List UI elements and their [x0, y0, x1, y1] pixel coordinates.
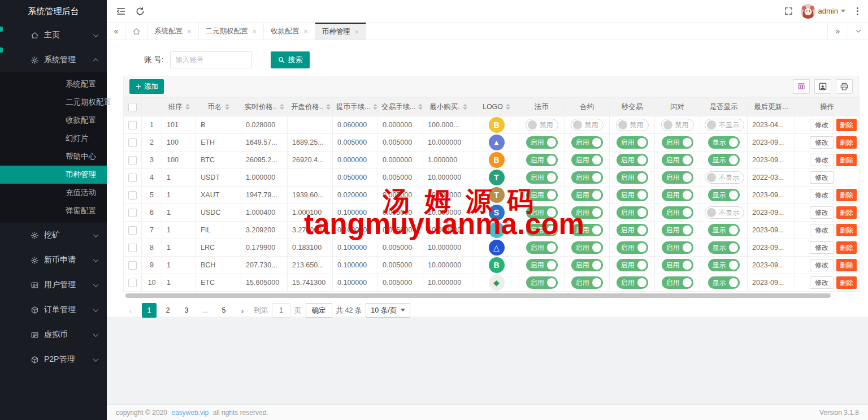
fiat-toggle[interactable]: 启用 [526, 224, 558, 236]
visible-toggle[interactable]: 显示 [708, 259, 740, 271]
close-icon[interactable]: × [303, 27, 308, 36]
menu-fold-icon[interactable] [116, 6, 126, 16]
seconds-trade-toggle[interactable]: 启用 [617, 154, 648, 166]
visible-toggle[interactable]: 不显示 [705, 171, 744, 184]
edit-button[interactable]: 修改 [810, 136, 834, 149]
fiat-toggle[interactable]: 启用 [526, 136, 558, 149]
row-checkbox[interactable] [128, 279, 137, 287]
sort-icon[interactable] [373, 104, 377, 110]
sidebar-item-virtual[interactable]: 虚拟币 [0, 322, 107, 347]
row-checkbox[interactable] [128, 191, 137, 200]
visible-toggle[interactable]: 显示 [708, 136, 740, 149]
contract-toggle[interactable]: 启用 [571, 154, 603, 166]
footer-link[interactable]: easyweb.vip [171, 409, 209, 417]
sidebar-item-p2p[interactable]: P2P管理 [0, 347, 107, 372]
delete-button[interactable]: 删除 [836, 206, 857, 219]
fiat-toggle[interactable]: 启用 [526, 276, 558, 289]
sidebar-item-mining[interactable]: 挖矿 [0, 223, 107, 248]
sidebar-subitem[interactable]: 币种管理 [0, 166, 107, 184]
visible-toggle[interactable]: 显示 [708, 276, 740, 289]
edit-button[interactable]: 修改 [810, 224, 834, 236]
tab-二元期权配置[interactable]: 二元期权配置× [199, 23, 264, 40]
edit-button[interactable]: 修改 [810, 259, 834, 271]
seconds-trade-toggle[interactable]: 启用 [617, 259, 648, 271]
per-page-select[interactable]: 10 条/页 [366, 303, 410, 318]
edit-button[interactable]: 修改 [810, 241, 834, 254]
edit-button[interactable]: 修改 [810, 154, 834, 166]
tab-币种管理[interactable]: 币种管理× [315, 23, 367, 40]
flash-swap-toggle[interactable]: 启用 [662, 276, 693, 289]
flash-swap-toggle[interactable]: 启用 [662, 224, 693, 236]
sidebar-item-newcoin[interactable]: 新币申请 [0, 248, 107, 272]
edit-button[interactable]: 修改 [810, 206, 834, 219]
tabs-scroll-left[interactable]: « [107, 23, 126, 40]
sort-icon[interactable] [280, 104, 284, 110]
contract-toggle[interactable]: 启用 [571, 136, 603, 149]
filter-columns-button[interactable] [793, 79, 810, 94]
sidebar-subitem[interactable]: 收款配置 [0, 111, 107, 129]
close-icon[interactable]: × [187, 27, 192, 36]
fiat-toggle[interactable]: 启用 [526, 206, 558, 219]
sort-icon[interactable] [185, 104, 190, 110]
sidebar-item-home[interactable]: 主页 [0, 23, 107, 47]
refresh-icon[interactable] [135, 6, 145, 16]
contract-toggle[interactable]: 启用 [571, 276, 603, 289]
row-checkbox[interactable] [128, 121, 137, 129]
export-button[interactable] [814, 79, 831, 94]
row-checkbox[interactable] [128, 156, 137, 164]
edit-button[interactable]: 修改 [810, 171, 834, 184]
flash-swap-toggle[interactable]: 启用 [662, 259, 693, 271]
flash-swap-toggle[interactable]: 启用 [662, 171, 693, 184]
flash-swap-toggle[interactable]: 启用 [662, 206, 693, 219]
sort-icon[interactable] [225, 104, 229, 110]
sort-icon[interactable] [463, 104, 467, 110]
flash-swap-toggle[interactable]: 禁用 [661, 119, 694, 131]
tab-系统配置[interactable]: 系统配置× [147, 23, 199, 40]
seconds-trade-toggle[interactable]: 启用 [617, 136, 648, 149]
seconds-trade-toggle[interactable]: 启用 [617, 276, 648, 289]
row-checkbox[interactable] [128, 138, 137, 147]
tabs-menu-toggle[interactable] [848, 23, 868, 40]
sidebar-item-orders[interactable]: 订单管理 [0, 297, 107, 322]
fiat-toggle[interactable]: 禁用 [526, 119, 558, 131]
delete-button[interactable]: 删除 [836, 136, 857, 149]
visible-toggle[interactable]: 显示 [708, 154, 740, 166]
contract-toggle[interactable]: 启用 [571, 241, 603, 254]
seconds-trade-toggle[interactable]: 启用 [617, 224, 648, 236]
sidebar-subitem[interactable]: 弹窗配置 [0, 202, 107, 220]
goto-confirm-button[interactable]: 确定 [306, 303, 332, 318]
seconds-trade-toggle[interactable]: 禁用 [616, 119, 649, 131]
contract-toggle[interactable]: 启用 [571, 259, 603, 271]
sidebar-item-users[interactable]: 用户管理 [0, 272, 107, 297]
edit-button[interactable]: 修改 [810, 189, 834, 201]
sidebar-subitem[interactable]: 帮助中心 [0, 148, 107, 166]
delete-button[interactable]: 删除 [836, 189, 857, 201]
sort-icon[interactable] [418, 104, 423, 110]
contract-toggle[interactable]: 启用 [571, 224, 603, 236]
flash-swap-toggle[interactable]: 启用 [662, 241, 693, 254]
row-checkbox[interactable] [128, 174, 137, 182]
close-icon[interactable]: × [355, 28, 359, 36]
fullscreen-icon[interactable] [784, 6, 793, 16]
user-menu[interactable]: admin [801, 4, 845, 19]
contract-toggle[interactable]: 启用 [571, 206, 603, 219]
select-all-checkbox[interactable] [128, 103, 137, 111]
sort-icon[interactable] [326, 104, 331, 110]
page-button[interactable]: 3 [179, 303, 194, 318]
row-checkbox[interactable] [128, 261, 137, 270]
contract-toggle[interactable]: 启用 [571, 189, 603, 201]
goto-page-input[interactable] [272, 303, 290, 318]
home-tab-icon[interactable] [126, 23, 147, 40]
fiat-toggle[interactable]: 启用 [526, 154, 558, 166]
row-checkbox[interactable] [128, 226, 137, 235]
visible-toggle[interactable]: 不显示 [705, 119, 744, 131]
flash-swap-toggle[interactable]: 启用 [662, 189, 693, 201]
next-page-button[interactable]: › [235, 303, 250, 318]
fiat-toggle[interactable]: 启用 [526, 241, 558, 254]
edit-button[interactable]: 修改 [810, 276, 834, 289]
row-checkbox[interactable] [128, 209, 137, 217]
sidebar-item-system[interactable]: 系统管理 [0, 47, 107, 72]
page-button[interactable]: 1 [142, 303, 157, 318]
prev-page-button[interactable]: ‹ [123, 303, 138, 318]
tabs-scroll-right[interactable]: » [827, 23, 848, 40]
